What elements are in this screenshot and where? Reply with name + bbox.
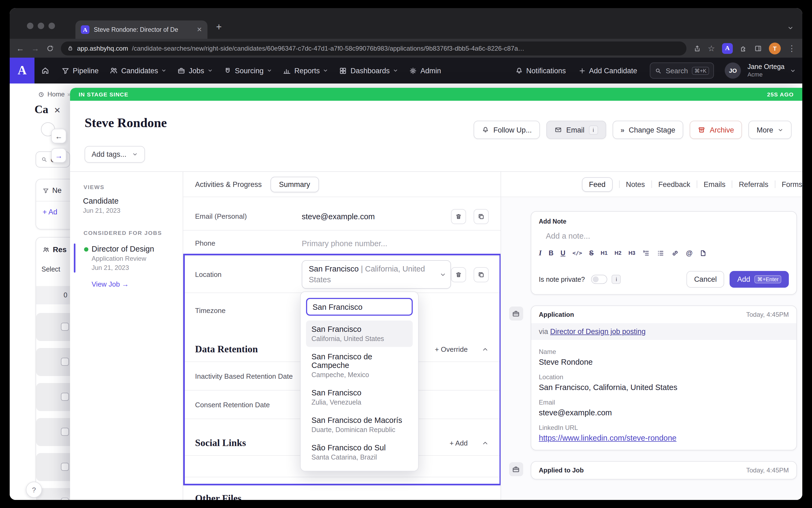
location-option[interactable]: San Francisco Zulia, Venezuela bbox=[306, 384, 413, 411]
table-row[interactable] bbox=[36, 453, 71, 481]
background-filter-item[interactable]: Ne bbox=[36, 179, 70, 202]
delete-icon[interactable] bbox=[451, 267, 466, 282]
more-button[interactable]: More bbox=[749, 121, 792, 139]
tab-forms[interactable]: Forms bbox=[782, 180, 802, 188]
archive-button[interactable]: Archive bbox=[690, 121, 742, 139]
window-controls[interactable] bbox=[27, 23, 55, 29]
row-checkbox[interactable] bbox=[61, 393, 69, 401]
row-checkbox[interactable] bbox=[61, 463, 69, 471]
sidebar-item-candidate[interactable]: Candidate Jun 21, 2023 bbox=[83, 197, 183, 214]
close-window-button[interactable] bbox=[27, 23, 33, 29]
address-bar[interactable]: app.ashbyhq.com/candidate-searches/new/r… bbox=[61, 41, 686, 55]
browser-menu-icon[interactable]: ⋮ bbox=[788, 44, 796, 52]
mention-icon[interactable]: @ bbox=[686, 250, 692, 257]
collapse-chevron-icon[interactable] bbox=[482, 439, 489, 447]
global-search[interactable]: Search ⌘+K bbox=[650, 62, 714, 79]
cancel-button[interactable]: Cancel bbox=[686, 271, 724, 288]
background-add-link[interactable]: + Ad bbox=[36, 202, 70, 216]
tab-summary[interactable]: Summary bbox=[270, 176, 319, 192]
phone-placeholder[interactable]: Primary phone number... bbox=[302, 239, 387, 248]
tab-feed[interactable]: Feed bbox=[582, 177, 613, 192]
new-tab-button[interactable]: + bbox=[216, 22, 222, 32]
table-row[interactable] bbox=[36, 313, 71, 341]
link-icon[interactable] bbox=[671, 249, 679, 257]
location-select[interactable]: San Francisco | California, United State… bbox=[302, 260, 451, 289]
row-checkbox[interactable] bbox=[61, 323, 69, 331]
nav-sourcing[interactable]: Sourcing bbox=[218, 58, 278, 84]
location-search-input[interactable] bbox=[306, 298, 413, 316]
table-row[interactable] bbox=[36, 383, 71, 411]
underline-icon[interactable]: U bbox=[561, 250, 565, 257]
side-panel-icon[interactable] bbox=[754, 44, 762, 52]
nav-pipeline[interactable]: Pipeline bbox=[56, 58, 104, 84]
tab-feedback[interactable]: Feedback bbox=[658, 180, 690, 188]
nav-reports[interactable]: Reports bbox=[277, 58, 334, 84]
tab-referrals[interactable]: Referrals bbox=[739, 180, 768, 188]
copy-icon[interactable] bbox=[474, 267, 489, 282]
modal-close-icon[interactable]: ✕ bbox=[54, 105, 60, 115]
breadcrumb[interactable]: Home » bbox=[38, 90, 71, 98]
private-note-toggle[interactable] bbox=[591, 275, 607, 284]
tab-notes[interactable]: Notes bbox=[626, 180, 645, 188]
maximize-window-button[interactable] bbox=[48, 23, 55, 29]
nav-notifications[interactable]: Notifications bbox=[509, 58, 571, 84]
location-option[interactable]: San Francisco de Campeche Campeche, Mexi… bbox=[306, 348, 413, 383]
forward-icon[interactable]: → bbox=[31, 44, 39, 52]
sidebar-item-job[interactable]: Director of Design Application Review Ju… bbox=[70, 243, 183, 274]
browser-tab[interactable]: A Steve Rondone: Director of De ✕ bbox=[76, 20, 207, 39]
tab-search-chevron-icon[interactable] bbox=[787, 25, 794, 31]
job-posting-link[interactable]: Director of Design job posting bbox=[550, 328, 645, 336]
tab-emails[interactable]: Emails bbox=[704, 180, 726, 188]
italic-icon[interactable]: I bbox=[539, 250, 542, 257]
copy-icon[interactable] bbox=[474, 209, 489, 224]
delete-icon[interactable] bbox=[451, 209, 466, 224]
nav-jobs[interactable]: Jobs bbox=[172, 58, 218, 84]
location-option[interactable]: São Francisco do Sul Santa Catarina, Bra… bbox=[306, 439, 413, 465]
view-job-link[interactable]: View Job → bbox=[92, 280, 129, 288]
browser-profile-avatar[interactable]: T bbox=[769, 42, 781, 54]
bullet-list-icon[interactable] bbox=[657, 249, 665, 257]
share-icon[interactable] bbox=[693, 44, 701, 52]
strikethrough-icon[interactable]: S bbox=[589, 250, 594, 257]
heading3-icon[interactable]: H3 bbox=[629, 251, 636, 256]
email-value[interactable]: steve@example.com bbox=[302, 212, 375, 221]
back-icon[interactable]: ← bbox=[16, 44, 24, 52]
add-note-button[interactable]: Add⌘+Enter bbox=[730, 271, 789, 288]
nav-dashboards[interactable]: Dashboards bbox=[334, 58, 404, 84]
bookmark-star-icon[interactable]: ☆ bbox=[708, 44, 715, 52]
table-row[interactable] bbox=[36, 418, 71, 446]
heading1-icon[interactable]: H1 bbox=[600, 251, 607, 256]
row-checkbox[interactable] bbox=[61, 428, 69, 436]
change-stage-button[interactable]: »Change Stage bbox=[612, 121, 683, 139]
bold-icon[interactable]: B bbox=[549, 250, 554, 257]
collapse-chevron-icon[interactable] bbox=[482, 346, 489, 353]
location-option[interactable]: San Francisco California, United States bbox=[306, 321, 413, 347]
nav-home[interactable] bbox=[35, 58, 56, 84]
extensions-puzzle-icon[interactable] bbox=[740, 44, 747, 52]
note-input[interactable]: Add a note... bbox=[546, 231, 789, 240]
tab-activities[interactable]: Activities & Progress bbox=[195, 180, 262, 188]
add-social-link-button[interactable]: + Add bbox=[450, 439, 468, 447]
ordered-list-icon[interactable] bbox=[642, 249, 650, 257]
email-button[interactable]: Emaili bbox=[546, 121, 606, 139]
heading2-icon[interactable]: H2 bbox=[614, 251, 622, 256]
nav-add-candidate[interactable]: Add Candidate bbox=[573, 58, 643, 84]
private-info-badge[interactable]: i bbox=[612, 275, 621, 284]
override-button[interactable]: + Override bbox=[435, 345, 468, 353]
nav-admin[interactable]: Admin bbox=[404, 58, 447, 84]
next-candidate-button[interactable]: → bbox=[51, 148, 66, 163]
row-checkbox[interactable] bbox=[61, 358, 69, 366]
user-menu-chevron-icon[interactable] bbox=[790, 68, 796, 74]
previous-candidate-button[interactable]: ← bbox=[51, 129, 66, 143]
attachment-icon[interactable] bbox=[700, 249, 707, 257]
row-checkbox[interactable] bbox=[61, 498, 69, 500]
code-icon[interactable]: </> bbox=[572, 251, 582, 256]
nav-candidates[interactable]: Candidates bbox=[104, 58, 172, 84]
ashby-extension-icon[interactable]: A bbox=[722, 43, 733, 54]
ashby-logo[interactable]: A bbox=[10, 58, 35, 84]
tab-close-icon[interactable]: ✕ bbox=[197, 26, 202, 33]
linkedin-link[interactable]: https://www.linkedin.com/steve-rondone bbox=[539, 434, 789, 442]
background-select-label[interactable]: Select bbox=[36, 254, 70, 273]
follow-up-button[interactable]: Follow Up... bbox=[473, 121, 540, 139]
help-button[interactable]: ? bbox=[26, 481, 42, 498]
